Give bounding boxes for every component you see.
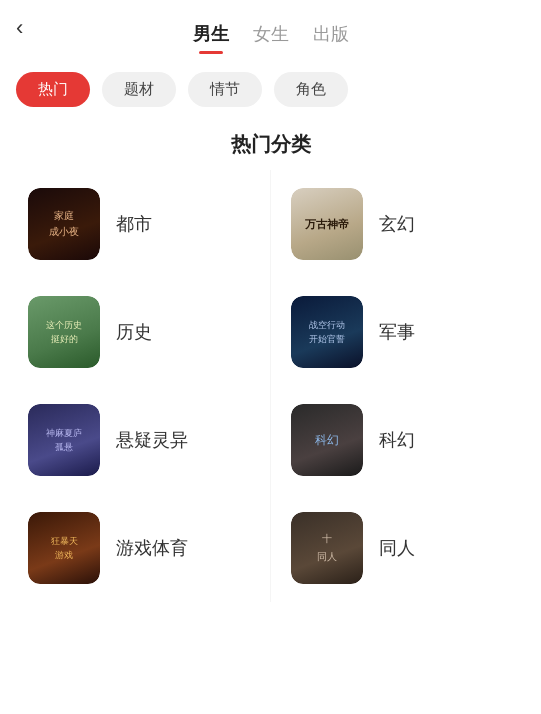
filter-character[interactable]: 角色 [274,72,348,107]
filter-row: 热门 题材 情节 角色 [0,56,541,115]
cover-tongren [291,512,363,584]
filter-plot[interactable]: 情节 [188,72,262,107]
tab-publish[interactable]: 出版 [313,22,349,50]
filter-hot[interactable]: 热门 [16,72,90,107]
tab-female[interactable]: 女生 [253,22,289,50]
back-button[interactable]: ‹ [16,15,23,41]
filter-subject[interactable]: 题材 [102,72,176,107]
tab-male[interactable]: 男生 [193,22,229,50]
header: ‹ 男生 女生 出版 [0,0,541,56]
category-grid: 都市 玄幻 历史 军事 悬疑灵异 科幻 游戏体育 [0,170,541,602]
section-title: 热门分类 [0,131,541,158]
nav-tabs: 男生 女生 出版 [193,22,349,50]
category-item-tongren[interactable]: 同人 [271,494,534,602]
